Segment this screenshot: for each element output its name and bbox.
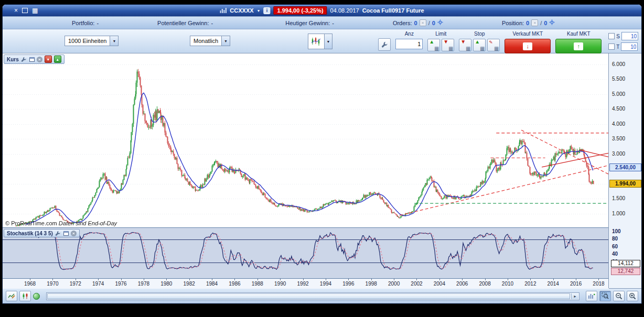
panel-close-icon[interactable]: × [37, 57, 42, 62]
drawing-tools-button[interactable] [6, 291, 17, 301]
close-window-icon[interactable]: × [14, 7, 18, 14]
price-panel: Kurs × ▼ ▲ © ProRealTime.com Daten sind … [3, 53, 609, 227]
sell-stop-button[interactable]: ▼▦ [459, 39, 471, 51]
timeframe-select-arrow-icon[interactable]: ▼ [221, 36, 230, 46]
target-value-input[interactable] [621, 42, 638, 51]
panel-window-icon[interactable] [63, 231, 69, 236]
close-position-icon[interactable]: × [531, 19, 538, 26]
account-info-bar: Portfolio: - Potentieller Gewinn: - Heut… [3, 16, 641, 29]
timeline-tick [303, 279, 304, 280]
order-settings-button[interactable] [378, 38, 391, 51]
buy-limit-button[interactable]: ▲▦ [427, 39, 440, 51]
symbol-dropdown-icon[interactable]: ▼ [257, 9, 261, 13]
panel-wrench-icon[interactable] [55, 230, 61, 236]
scrollbar-thumb[interactable] [47, 293, 570, 299]
stochastic-panel-tab[interactable]: Stochastik (14 3 5) × [4, 229, 80, 237]
stochastic-canvas[interactable] [3, 228, 609, 278]
stop-value-input[interactable] [621, 32, 638, 40]
panel-window-icon[interactable] [29, 57, 35, 62]
price-axis-label: 5.000 [612, 91, 625, 97]
timeline-year-label: 1974 [91, 281, 105, 287]
timeline-tick [576, 279, 576, 280]
price-change-badge: 1.994,00 (-3,25%) [274, 6, 327, 15]
restore-window-icon[interactable] [22, 8, 28, 13]
timeline-year-label: 1976 [114, 281, 128, 287]
position-slash: / [540, 20, 542, 26]
zoom-selection-button[interactable] [599, 291, 611, 301]
zoom-all-button[interactable] [586, 291, 597, 301]
chart-type-arrow-icon[interactable]: ▼ [324, 34, 332, 49]
price-panel-title: Kurs [7, 57, 19, 62]
position-label: Position: [502, 20, 524, 26]
timeline-year-label: 2002 [409, 281, 424, 287]
target-row: T [608, 42, 638, 51]
chart-scrollbar[interactable]: ▸ [46, 292, 579, 300]
stop-checkbox[interactable] [608, 33, 615, 39]
quantity-column: Anz [395, 31, 423, 49]
time-axis[interactable]: 1968197019721974197619781980198219841986… [3, 278, 609, 289]
stop-row-label: S [616, 34, 620, 39]
timeline-year-label: 2004 [432, 281, 447, 287]
price-axis-label: 6.000 [612, 61, 625, 68]
panel-move-up-icon[interactable]: ▲ [54, 56, 61, 63]
timeline-year-label: 2000 [387, 281, 401, 287]
sell-limit-button[interactable]: ▼▦ [442, 39, 454, 51]
candle-display-button[interactable] [19, 291, 31, 301]
panel-wrench-icon[interactable] [21, 56, 27, 62]
quantity-input[interactable] [395, 39, 423, 49]
up-arrow-icon: ▲ [429, 39, 434, 45]
order-table-icon: ▦ [434, 46, 439, 51]
price-axis-label: 4.500 [612, 106, 625, 112]
timeline-tick [98, 279, 99, 280]
panel-move-down-icon[interactable]: ▼ [45, 56, 52, 63]
up-arrow-icon: ▲ [475, 39, 480, 45]
sell-arrow-icon: ↓ [523, 42, 532, 50]
stoch-axis-label: 100 [612, 228, 621, 235]
target-checkbox[interactable] [608, 43, 615, 50]
price-chart-canvas[interactable] [3, 53, 609, 227]
timeline-year-label: 1986 [227, 281, 242, 287]
price-panel-tab[interactable]: Kurs × ▼ ▲ [4, 54, 65, 64]
timeframe-select[interactable]: Monatlich ▼ [190, 36, 230, 46]
buy-market-column: Kauf MKT ↑ [555, 31, 602, 53]
order-table-icon: ▦ [494, 46, 499, 51]
position-count: 0 [526, 20, 529, 26]
buy-market-button[interactable]: ↑ [555, 39, 602, 53]
zoom-out-button[interactable] [613, 291, 625, 301]
copyright-note: © ProRealTime.com Daten sind End-of-Day [5, 220, 117, 226]
orders-count: 0 [414, 20, 417, 26]
symbol-label[interactable]: CCXXXX [230, 7, 253, 14]
position-count-2: 0 [544, 20, 547, 26]
position-group: Position: 0 × / 0 [502, 19, 555, 26]
sell-market-label: Verkauf MKT [512, 31, 543, 37]
zoom-in-button[interactable] [627, 291, 638, 301]
scrollbar-right-arrow[interactable]: ▸ [571, 293, 578, 299]
timeline-tick [189, 279, 190, 280]
potential-gain-label: Potentieller Gewinn: [157, 20, 209, 26]
timeline-year-label: 1998 [364, 281, 379, 287]
timeline-tick [508, 279, 508, 280]
timeline-year-label: 1982 [182, 281, 197, 287]
position-settings-icon[interactable] [549, 19, 555, 26]
stop-label: Stop [474, 31, 485, 37]
today-gain-value: - [332, 20, 334, 26]
stochastic-panel-title: Stochastik (14 3 5) [7, 231, 53, 236]
buy-stop-button[interactable]: ▲▦ [473, 39, 486, 51]
instrument-info-icon[interactable]: i [264, 7, 271, 14]
timeline-tick [166, 279, 167, 280]
orders-settings-icon[interactable] [437, 19, 443, 26]
timeline-tick [598, 279, 599, 280]
grid-layout-icon[interactable]: ▦ [32, 7, 38, 14]
chart-type-button[interactable]: ▼ [308, 34, 332, 49]
cancel-orders-icon[interactable]: × [420, 19, 426, 26]
panel-close-icon[interactable]: × [71, 231, 77, 236]
units-select[interactable]: 1000 Einheiten ▼ [65, 36, 119, 46]
sell-market-button[interactable]: ↓ [505, 39, 551, 53]
units-select-arrow-icon[interactable]: ▼ [110, 36, 118, 46]
pencil-icon: ✎ [489, 40, 493, 45]
buy-arrow-icon: ↑ [574, 42, 583, 50]
edit-stop-button[interactable]: ✎▦ [487, 39, 500, 51]
timeline-tick [212, 279, 212, 280]
right-axis[interactable]: 1.0001.5003.0003.5004.0004.5005.0005.500… [608, 53, 642, 288]
target-row-label: T [616, 44, 619, 50]
